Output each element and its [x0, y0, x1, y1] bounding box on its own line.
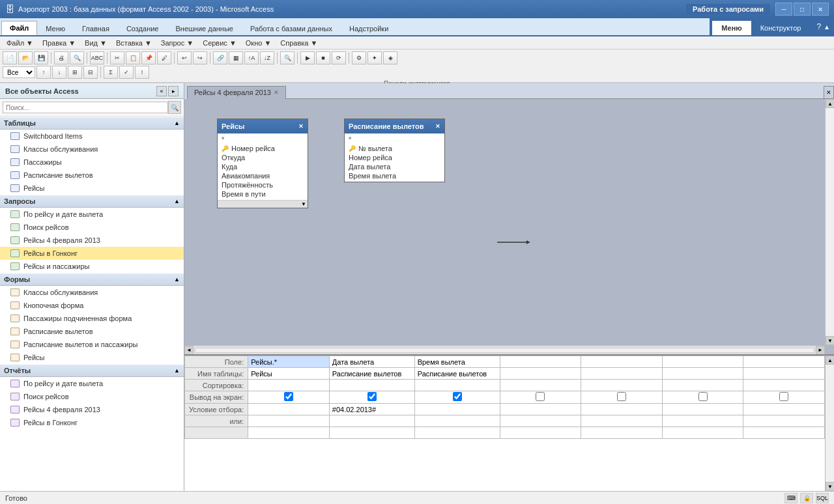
sidebar-item-report2[interactable]: Поиск рейсов: [0, 390, 184, 403]
grid-cell-ili-6[interactable]: [662, 415, 743, 427]
field-protyazhennost[interactable]: Протяжённость: [218, 180, 308, 189]
sidebar-item-klassy[interactable]: Классы обслуживания: [0, 143, 184, 156]
grid-cell-uslovie-2[interactable]: #04.02.2013#: [329, 404, 414, 415]
tb-refresh-btn[interactable]: ⟳: [332, 51, 346, 64]
sidebar-item-query4[interactable]: Рейсы в Гонконг: [0, 247, 184, 260]
scroll-down-grid-btn[interactable]: ▼: [826, 482, 834, 491]
grid-cell-imya-5[interactable]: [581, 368, 663, 380]
checkbox-vyvod-2[interactable]: [367, 392, 377, 401]
section-forms[interactable]: Формы ▲: [0, 273, 184, 286]
sidebar-item-query5[interactable]: Рейсы и пассажиры: [0, 260, 184, 273]
tb-sort-desc-btn[interactable]: ↓Z: [260, 51, 274, 64]
grid-cell-ili-7[interactable]: [743, 415, 825, 427]
field-otkuda[interactable]: Откуда: [218, 153, 308, 162]
grid-cell-vyvod-2[interactable]: [329, 391, 414, 404]
table-reysy-close[interactable]: ✕: [298, 123, 304, 130]
h-scrollbar-design[interactable]: ◄ ►: [184, 345, 825, 354]
section-queries-toggle[interactable]: ▲: [174, 198, 180, 204]
grid-cell-empty1-7[interactable]: [743, 427, 825, 439]
tb-cut-btn[interactable]: ✂: [110, 51, 124, 64]
sidebar-controls[interactable]: « ▸: [156, 86, 179, 96]
grid-cell-uslovie-1[interactable]: [248, 404, 330, 415]
tb-filter-btn[interactable]: ▦: [229, 51, 243, 64]
tb-open-btn[interactable]: 📂: [18, 51, 33, 64]
sidebar-item-form3[interactable]: Пассажиры подчиненная форма: [0, 312, 184, 325]
grid-cell-ili-5[interactable]: [581, 415, 663, 427]
grid-cell-imya-1[interactable]: Рейсы: [248, 368, 330, 380]
sidebar-item-form1[interactable]: Классы обслуживания: [0, 286, 184, 299]
checkbox-vyvod-7[interactable]: [779, 392, 788, 401]
grid-cell-empty1-6[interactable]: [662, 427, 743, 439]
grid-cell-empty1-3[interactable]: [414, 427, 500, 439]
tb-new-btn[interactable]: 📄: [3, 51, 17, 64]
sidebar-item-form5[interactable]: Расписание вылетов и пассажиры: [0, 338, 184, 351]
field-nomer-reysa[interactable]: 🔑 Номер рейса: [218, 144, 308, 153]
grid-cell-imya-6[interactable]: [662, 368, 743, 380]
close-btn[interactable]: ✕: [812, 3, 829, 16]
grid-cell-imya-7[interactable]: [743, 368, 825, 380]
field-aviakompaniya[interactable]: Авиакомпания: [218, 171, 308, 180]
grid-cell-pole-4[interactable]: [500, 356, 581, 368]
section-tables[interactable]: Таблицы ▲: [0, 117, 184, 130]
grid-cell-ili-4[interactable]: [500, 415, 581, 427]
grid-cell-imya-2[interactable]: Расписание вылетов: [329, 368, 414, 380]
sidebar-item-form4[interactable]: Расписание вылетов: [0, 325, 184, 338]
scroll-up-btn[interactable]: ▲: [826, 99, 834, 108]
sidebar-item-report4[interactable]: Рейсы в Гонконг: [0, 416, 184, 429]
search-input[interactable]: [3, 102, 168, 113]
tb-preview-btn[interactable]: 🔍: [70, 51, 84, 64]
grid-cell-sort-1[interactable]: [248, 380, 330, 391]
tb-f2-btn[interactable]: ↓: [52, 66, 66, 79]
checkbox-vyvod-3[interactable]: [453, 392, 462, 401]
field-no-vyleta[interactable]: 🔑 № вылета: [345, 144, 444, 153]
sidebar-ctrl-collapse[interactable]: ▸: [168, 86, 179, 96]
grid-cell-empty1-5[interactable]: [581, 427, 663, 439]
grid-cell-pole-5[interactable]: [581, 356, 663, 368]
grid-cell-vyvod-3[interactable]: [414, 391, 500, 404]
scroll-right-btn[interactable]: ►: [816, 346, 825, 355]
sidebar-item-report3[interactable]: Рейсы 4 февраля 2013: [0, 403, 184, 416]
tab-create[interactable]: Создание: [118, 21, 167, 35]
tab-external[interactable]: Внешние данные: [167, 21, 242, 35]
section-queries[interactable]: Запросы ▲: [0, 195, 184, 208]
grid-cell-empty1-2[interactable]: [329, 427, 414, 439]
grid-cell-uslovie-5[interactable]: [581, 404, 663, 415]
tb-extra3-btn[interactable]: ◈: [383, 51, 397, 64]
scroll-left-btn[interactable]: ◄: [184, 346, 194, 355]
sidebar-item-query2[interactable]: Поиск рейсов: [0, 221, 184, 234]
menu-view[interactable]: Вид ▼: [81, 38, 111, 48]
tb-spell-btn[interactable]: ABC: [90, 51, 104, 64]
grid-cell-sort-5[interactable]: [581, 380, 663, 391]
menu-help[interactable]: Справка ▼: [276, 38, 321, 48]
field-data-vyleta[interactable]: Дата вылета: [345, 162, 444, 171]
menu-insert[interactable]: Вставка ▼: [112, 38, 156, 48]
field-vremya-v-puti[interactable]: Время в пути: [218, 189, 308, 199]
tb-run-btn[interactable]: ▶: [300, 51, 315, 64]
v-scrollbar[interactable]: ▲ ▼: [825, 99, 834, 345]
menu-service[interactable]: Сервис ▼: [199, 38, 240, 48]
tb-sort-asc-btn[interactable]: ↑A: [244, 51, 259, 64]
doc-tab-reysy[interactable]: Рейсы 4 февраля 2013 ✕: [187, 86, 286, 99]
tb-f5-btn[interactable]: Σ: [104, 66, 118, 79]
table-raspisanie-header[interactable]: Расписание вылетов ✕: [345, 119, 444, 133]
grid-cell-uslovie-3[interactable]: [414, 404, 500, 415]
tb-redo-btn[interactable]: ↪: [193, 51, 207, 64]
tb-save-btn[interactable]: 💾: [34, 51, 48, 64]
grid-cell-uslovie-7[interactable]: [743, 404, 825, 415]
table-reysy-header[interactable]: Рейсы ✕: [218, 119, 308, 133]
tab-home[interactable]: Главная: [74, 21, 118, 35]
grid-cell-sort-3[interactable]: [414, 380, 500, 391]
tab-right-constructor[interactable]: Конструктор: [751, 21, 811, 35]
tab-dbwork[interactable]: Работа с базами данных: [242, 21, 341, 35]
grid-cell-empty1-4[interactable]: [500, 427, 581, 439]
field-vremya-vyleta[interactable]: Время вылета: [345, 171, 444, 180]
table-scroll[interactable]: ▼: [218, 200, 308, 208]
section-tables-toggle[interactable]: ▲: [174, 120, 180, 126]
font-combo[interactable]: Все: [3, 66, 35, 78]
grid-cell-ili-2[interactable]: [329, 415, 414, 427]
tb-paste-btn[interactable]: 📌: [141, 51, 156, 64]
grid-cell-vyvod-4[interactable]: [500, 391, 581, 404]
sidebar-item-passazhiry[interactable]: Пассажиры: [0, 156, 184, 169]
search-button[interactable]: 🔍: [168, 101, 181, 114]
sidebar-item-raspisanie[interactable]: Расписание вылетов: [0, 169, 184, 182]
